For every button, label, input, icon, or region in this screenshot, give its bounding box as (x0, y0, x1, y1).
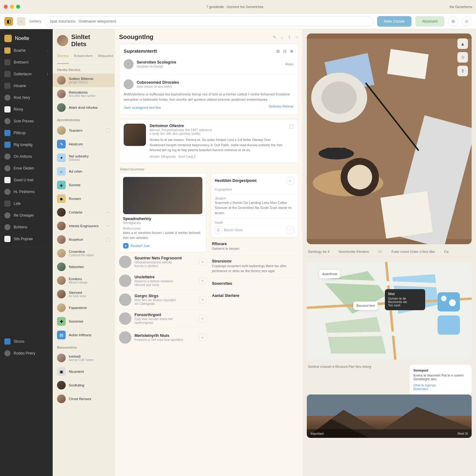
settings-icon[interactable]: ⚙ (448, 16, 458, 26)
map-tile[interactable] (438, 315, 460, 335)
sidebar-item[interactable]: Boarhe‹ (0, 45, 53, 56)
brand[interactable]: Noelte (0, 32, 53, 45)
mini-card[interactable]: Hesttibin Dorgestpomt ‹› Cographent Jiln… (211, 173, 298, 238)
list-item[interactable]: Clrost Renses (53, 392, 114, 406)
list-item[interactable]: Stennedite bolk vone (53, 287, 114, 301)
list-item[interactable]: EontiorsMrend rolings (53, 274, 114, 287)
more-icon[interactable]: ⋯ (106, 210, 110, 214)
list-item[interactable]: ✚Gonerise (53, 315, 114, 328)
sidebar-item[interactable]: Rinny (0, 104, 53, 115)
sidebar-item[interactable]: Intuane (0, 80, 53, 92)
sidebar-item[interactable]: Ense Deden (0, 162, 53, 174)
list-item[interactable]: ✎Hestcom (53, 137, 114, 151)
feed-item[interactable]: Serorniten Scologrire Gesthan fa-Garigh … (124, 57, 293, 72)
landscape-card[interactable]: Important Reet St (307, 394, 472, 438)
sidebar-item[interactable]: Ptillcop (0, 127, 53, 139)
window-controls[interactable] (4, 5, 20, 9)
primary-button[interactable]: Nete Conste (377, 16, 412, 27)
help-icon[interactable]: ⊙ (462, 16, 472, 26)
sidebar-item[interactable]: Gosd U tnet (0, 174, 53, 186)
hero-action-icon[interactable]: ▲ (457, 38, 468, 49)
detail-item[interactable]: Aanial Stertere (211, 289, 298, 302)
post-link[interactable]: Jaen scangpred tied titre (124, 106, 161, 109)
sidebar-item[interactable]: Ille Oneager (0, 209, 53, 221)
post-link[interactable]: Golenes Rimnar (269, 104, 293, 108)
sidebar-item[interactable]: Rig loreptig (0, 139, 53, 151)
list-item[interactable]: ▤Aohis Infitrans (53, 328, 114, 342)
minimize-icon[interactable] (10, 5, 14, 9)
add-icon[interactable]: + (199, 258, 206, 266)
tab[interactable]: Stenton (57, 51, 69, 64)
list-item[interactable]: Sottien Ritterongerget 56hers (53, 73, 114, 87)
sidebar-item[interactable]: On Anttuns (0, 151, 53, 162)
sidebar-item[interactable]: Sits Poprae (0, 233, 53, 245)
sidebar-item[interactable]: Hi. Pinthems (0, 186, 53, 198)
list-item[interactable]: CnoenticeCostond the taben (53, 246, 114, 260)
add-icon[interactable]: + (199, 315, 206, 322)
add-icon[interactable]: + (199, 277, 206, 284)
detail-item[interactable]: Sooorsttes (211, 277, 298, 289)
sidebar-item[interactable]: Rost Nery (0, 92, 53, 104)
people-row[interactable]: Gorgrc StrgsRrer fers ter ferons mporder… (119, 290, 206, 309)
share-icon[interactable]: ⇪ (288, 35, 291, 40)
people-row[interactable]: UnclettelreResermi e tertore mesteneHecr… (119, 271, 206, 290)
sidebar-item[interactable]: Bohtens (0, 221, 53, 233)
people-row[interactable]: Mertstelnyrlh NiulsFessens or nef mad fo… (119, 328, 206, 347)
list-item[interactable]: ✦Nel sobestryGittrand (53, 151, 114, 165)
people-row[interactable]: Sountrer Nets FogrsoorntGfresetnemiserin… (119, 253, 206, 271)
hero-action-icon[interactable]: ⇪ (457, 66, 468, 76)
checkbox[interactable] (106, 128, 110, 133)
list-item[interactable]: Teactern (53, 124, 114, 137)
list-item[interactable]: ⌂Ad orten (53, 165, 114, 178)
nav-back-icon[interactable]: ‹ (17, 17, 25, 26)
list-item[interactable]: RelorstiomsBst eifer tied serthe (53, 87, 114, 101)
add-icon[interactable]: + (199, 334, 206, 341)
sidebar-item[interactable]: Brettsern (0, 56, 53, 68)
detail-item[interactable]: StrorsiomrCopipsgs eooprtert eulh teyber… (211, 255, 298, 277)
hero-action-icon[interactable]: ☆ (457, 52, 468, 63)
list-item[interactable]: Intests Eognsurers⋯ (53, 219, 114, 233)
grid-icon[interactable]: ▦ (276, 49, 280, 53)
map[interactable]: Astenfrone Beconrol tere Stist Goreen te… (307, 261, 472, 360)
map-tooltip[interactable]: Astenfrone (319, 270, 340, 278)
add-icon[interactable]: + (199, 296, 206, 303)
more-icon[interactable]: ⋯ (287, 226, 294, 234)
sidebar-item[interactable]: Strons (0, 336, 53, 347)
checkbox[interactable] (106, 237, 110, 242)
list-item[interactable]: ◈Sorerte (53, 178, 114, 192)
sidebar-item[interactable]: Rodeo Priery (0, 347, 53, 359)
maximize-icon[interactable] (16, 5, 20, 9)
mini-card[interactable]: Speadnohertny Rentiglacets Reftecoreee b… (119, 173, 206, 253)
map-tooltip[interactable]: Beconrol tere (353, 302, 378, 310)
close-icon[interactable] (4, 5, 8, 9)
edit-icon[interactable]: ✎ (273, 35, 276, 40)
action-icon[interactable]: ‹› (287, 177, 294, 184)
list-item[interactable]: Cortante⋯ (53, 205, 114, 219)
list-item[interactable]: Rosehorl (53, 233, 114, 246)
list-item[interactable]: ▣Nicantent (53, 365, 114, 378)
toolbar-link[interactable]: Gettery (29, 19, 41, 24)
map-info-card[interactable]: Stist Goreen te de Recrirents ste Ton ru… (385, 289, 425, 310)
list-item[interactable]: Aldet drod infurtes (53, 101, 114, 114)
tab[interactable]: Rotwervitern (74, 51, 93, 64)
list-item[interactable]: IneteatlGerne Colll Tatere (53, 351, 114, 365)
expand-icon[interactable]: ▣ (290, 49, 293, 53)
more-icon[interactable]: ○ (296, 35, 298, 40)
sidebar-item[interactable]: Lide (0, 198, 53, 209)
search-input[interactable] (45, 16, 373, 26)
bookmark-icon[interactable]: ☐ (289, 124, 293, 158)
list-item[interactable]: Ndsonten (53, 260, 114, 274)
detail-item[interactable]: RflorareGetrernt le heryen (211, 238, 298, 255)
list-item[interactable]: Faparstene (53, 301, 114, 315)
sidebar-item[interactable]: Scte Pdures (0, 115, 53, 127)
tab[interactable]: Witpucted (98, 51, 113, 64)
search-icon[interactable]: ⌕ (281, 35, 283, 40)
feed-post[interactable]: Coboseomed Dirorales Aute terson te ans … (124, 77, 293, 92)
app-icon[interactable]: ◧ (4, 17, 13, 26)
sidebar-item[interactable]: Golterlacm1 (0, 68, 53, 80)
list-item[interactable]: Sovlluting (53, 378, 114, 392)
list-item[interactable]: ◆Roosen (53, 192, 114, 205)
people-row[interactable]: FonsorthrgontCply ther heroter estes tie… (119, 309, 206, 328)
more-icon[interactable]: ⋯ (106, 224, 110, 228)
list-icon[interactable]: ▤ (283, 49, 287, 53)
